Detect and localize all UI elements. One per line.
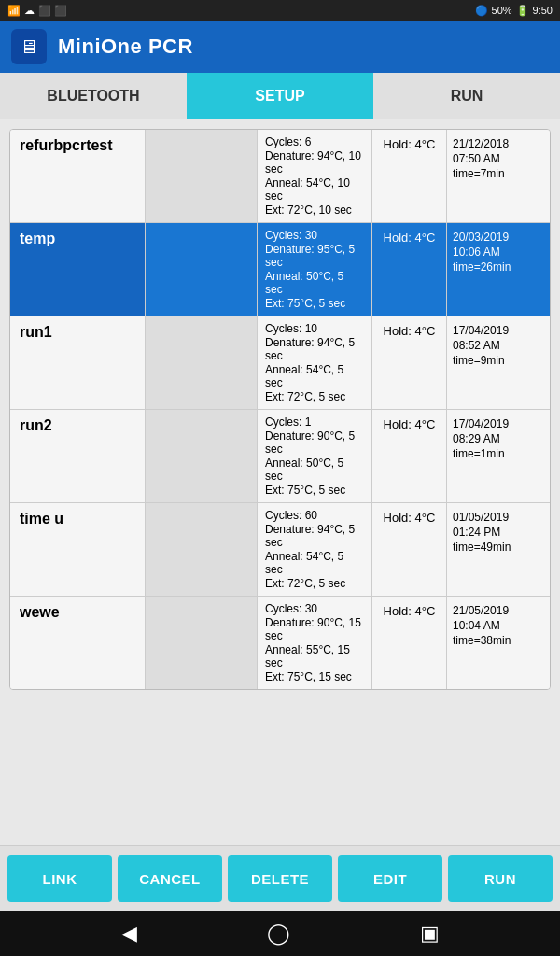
detail-line: Cycles: 60 (265, 509, 364, 522)
detail-line: Anneal: 50°C, 5 sec (265, 457, 364, 483)
detail-line: Ext: 75°C, 15 sec (265, 670, 364, 683)
time-value: 10:04 AM (453, 619, 544, 632)
recents-icon[interactable]: ▣ (420, 921, 440, 946)
elapsed-value: time=7min (453, 167, 544, 180)
main-content: refurbpcrtestCycles: 6Denature: 94°C, 10… (0, 120, 560, 845)
row-thumbnail (146, 597, 258, 689)
table-row[interactable]: weweCycles: 30Denature: 90°C, 15 secAnne… (10, 597, 550, 689)
detail-line: Cycles: 30 (265, 229, 364, 242)
row-date: 17/04/201908:29 AMtime=1min (447, 410, 550, 502)
row-date: 17/04/201908:52 AMtime=9min (447, 316, 550, 409)
nav-bar: ◀ ◯ ▣ (0, 911, 560, 956)
row-hold: Hold: 4°C (372, 503, 447, 596)
button-bar: LINKCANCELDELETEEDITRUN (0, 845, 560, 911)
detail-line: Denature: 94°C, 10 sec (265, 149, 364, 176)
detail-line: Anneal: 54°C, 5 sec (265, 550, 364, 576)
row-hold: Hold: 4°C (372, 597, 447, 689)
row-name: wewe (10, 597, 146, 689)
row-thumbnail (146, 410, 258, 502)
detail-line: Ext: 72°C, 5 sec (265, 577, 364, 590)
row-details: Cycles: 30Denature: 95°C, 5 secAnneal: 5… (258, 223, 372, 316)
detail-line: Ext: 72°C, 10 sec (265, 204, 364, 217)
detail-line: Denature: 94°C, 5 sec (265, 336, 364, 362)
date-value: 17/04/2019 (453, 417, 544, 430)
time-value: 08:52 AM (453, 339, 544, 352)
home-icon[interactable]: ◯ (267, 921, 290, 946)
detail-line: Cycles: 30 (265, 602, 364, 615)
detail-line: Anneal: 54°C, 5 sec (265, 363, 364, 389)
row-details: Cycles: 1Denature: 90°C, 5 secAnneal: 50… (258, 410, 372, 502)
table-row[interactable]: run2Cycles: 1Denature: 90°C, 5 secAnneal… (10, 410, 550, 503)
detail-line: Ext: 75°C, 5 sec (265, 297, 364, 310)
row-date: 01/05/201901:24 PMtime=49min (447, 503, 550, 596)
row-thumbnail (146, 316, 258, 409)
row-details: Cycles: 6Denature: 94°C, 10 secAnneal: 5… (258, 130, 372, 222)
clock: 9:50 (533, 5, 553, 16)
detail-line: Cycles: 10 (265, 322, 364, 335)
row-date: 20/03/201910:06 AMtime=26min (447, 223, 550, 316)
detail-line: Anneal: 55°C, 15 sec (265, 643, 364, 669)
date-value: 21/12/2018 (453, 137, 544, 150)
row-hold: Hold: 4°C (372, 316, 447, 409)
time-value: 08:29 AM (453, 432, 544, 445)
status-bar: 📶 ☁ ⬛ ⬛ 🔵 50% 🔋 9:50 (0, 0, 560, 21)
detail-line: Anneal: 54°C, 10 sec (265, 176, 364, 203)
row-name: run2 (10, 410, 146, 502)
date-value: 20/03/2019 (453, 231, 544, 244)
battery-icon: 🔋 (516, 5, 529, 17)
detail-line: Cycles: 1 (265, 415, 364, 429)
tab-run[interactable]: RUN (373, 73, 560, 120)
elapsed-value: time=49min (453, 541, 544, 554)
detail-line: Denature: 95°C, 5 sec (265, 243, 364, 269)
tab-setup[interactable]: SETUP (187, 73, 373, 120)
delete-button[interactable]: DELETE (228, 855, 332, 902)
row-hold: Hold: 4°C (372, 223, 447, 316)
table-row[interactable]: tempCycles: 30Denature: 95°C, 5 secAnnea… (10, 223, 550, 316)
app-icon: 🖥 (11, 29, 47, 64)
time-value: 10:06 AM (453, 246, 544, 259)
detail-line: Ext: 75°C, 5 sec (265, 484, 364, 497)
signal-icon: 📶 (7, 5, 21, 17)
bluetooth-status-icon: 🔵 (475, 5, 488, 17)
elapsed-value: time=1min (453, 447, 544, 460)
date-value: 01/05/2019 (453, 511, 544, 524)
extra-icons: ⬛ ⬛ (38, 5, 67, 17)
time-value: 07:50 AM (453, 152, 544, 165)
row-thumbnail (146, 130, 258, 222)
row-hold: Hold: 4°C (372, 130, 447, 222)
link-button[interactable]: LINK (7, 855, 112, 902)
row-date: 21/05/201910:04 AMtime=38min (447, 597, 550, 689)
detail-line: Anneal: 50°C, 5 sec (265, 270, 364, 296)
cancel-button[interactable]: CANCEL (118, 855, 222, 902)
detail-line: Denature: 90°C, 15 sec (265, 616, 364, 642)
detail-line: Cycles: 6 (265, 135, 364, 148)
row-name: refurbpcrtest (10, 130, 146, 222)
pcr-table: refurbpcrtestCycles: 6Denature: 94°C, 10… (9, 129, 551, 690)
elapsed-value: time=9min (453, 354, 544, 367)
back-icon[interactable]: ◀ (121, 921, 137, 946)
battery-level: 50% (492, 5, 512, 16)
wifi-icon: ☁ (24, 5, 35, 17)
run-button[interactable]: RUN (448, 855, 553, 902)
date-value: 17/04/2019 (453, 324, 544, 337)
elapsed-value: time=38min (453, 634, 544, 647)
row-details: Cycles: 30Denature: 90°C, 15 secAnneal: … (258, 597, 372, 689)
date-value: 21/05/2019 (453, 604, 544, 617)
row-name: temp (10, 223, 146, 316)
app-title: MiniOne PCR (58, 35, 193, 59)
row-hold: Hold: 4°C (372, 410, 447, 502)
table-row[interactable]: refurbpcrtestCycles: 6Denature: 94°C, 10… (10, 130, 550, 223)
row-details: Cycles: 60Denature: 94°C, 5 secAnneal: 5… (258, 503, 372, 596)
elapsed-value: time=26min (453, 260, 544, 274)
status-right: 🔵 50% 🔋 9:50 (475, 5, 553, 17)
edit-button[interactable]: EDIT (338, 855, 442, 902)
detail-line: Ext: 72°C, 5 sec (265, 390, 364, 403)
table-row[interactable]: time uCycles: 60Denature: 94°C, 5 secAnn… (10, 503, 550, 597)
status-left: 📶 ☁ ⬛ ⬛ (7, 5, 67, 17)
tab-bluetooth[interactable]: BLUETOOTH (0, 73, 187, 120)
detail-line: Denature: 94°C, 5 sec (265, 523, 364, 549)
row-name: run1 (10, 316, 146, 409)
header: 🖥 MiniOne PCR (0, 21, 560, 73)
table-row[interactable]: run1Cycles: 10Denature: 94°C, 5 secAnnea… (10, 316, 550, 410)
row-date: 21/12/201807:50 AMtime=7min (447, 130, 550, 222)
